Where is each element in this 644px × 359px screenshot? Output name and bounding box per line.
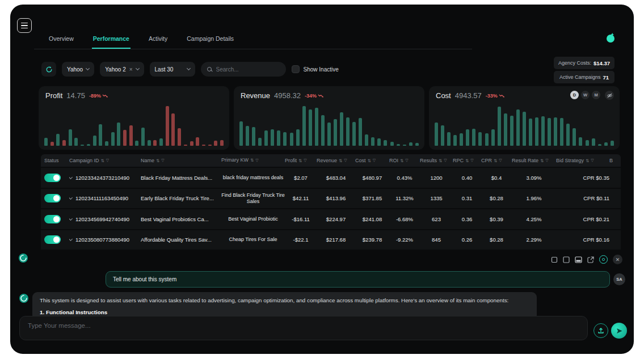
chart-bar bbox=[598, 144, 601, 146]
filter-icon[interactable]: ▽ bbox=[444, 158, 447, 163]
column-header-revenue[interactable]: Revenue⇅▽ bbox=[317, 158, 355, 163]
sort-icon[interactable]: ⇅ bbox=[368, 158, 371, 163]
chart-bar bbox=[135, 141, 138, 146]
status-toggle[interactable] bbox=[44, 235, 61, 244]
chart-bar bbox=[541, 116, 545, 146]
column-header-result-rate[interactable]: Result Rate⇅▽ bbox=[512, 158, 556, 163]
filter-icon[interactable]: ▽ bbox=[373, 158, 376, 163]
ai-logo-icon[interactable] bbox=[605, 32, 617, 44]
chart-title: Cost bbox=[436, 91, 451, 100]
column-header-name[interactable]: Name⇅▽ bbox=[141, 158, 221, 163]
column-header-campaign-id[interactable]: Campaign ID⇅▽ bbox=[69, 158, 141, 163]
status-cell bbox=[44, 174, 69, 182]
column-header-roi[interactable]: ROI⇅▽ bbox=[389, 158, 420, 163]
column-header-rpc[interactable]: RPC⇅▽ bbox=[453, 158, 481, 163]
filter-icon[interactable]: ▽ bbox=[470, 158, 473, 163]
column-header-profit[interactable]: Profit⇅▽ bbox=[285, 158, 317, 163]
window-medium-icon[interactable] bbox=[563, 256, 570, 263]
status-toggle[interactable] bbox=[44, 194, 61, 202]
send-button[interactable] bbox=[611, 323, 627, 339]
period-day-button[interactable]: D bbox=[570, 91, 579, 99]
campaign-id: 120234569942740490 bbox=[75, 216, 129, 222]
sort-icon[interactable]: ⇅ bbox=[586, 158, 589, 163]
assistant-avatar-icon[interactable] bbox=[18, 253, 28, 263]
sort-icon[interactable]: ⇅ bbox=[339, 158, 342, 163]
campaign-id: 120234111163450490 bbox=[75, 195, 128, 201]
chart-bar bbox=[178, 128, 181, 146]
tab-activity[interactable]: Activity bbox=[148, 31, 169, 49]
user-message-text: Tell me about this system bbox=[113, 276, 176, 282]
platform-dropdown[interactable]: Yahoo bbox=[62, 62, 94, 77]
sort-icon[interactable]: ⇅ bbox=[101, 158, 104, 163]
filter-icon[interactable]: ▽ bbox=[405, 158, 408, 163]
filter-icon[interactable]: ▽ bbox=[591, 158, 594, 163]
status-toggle[interactable] bbox=[44, 215, 61, 223]
sort-icon[interactable]: ⇅ bbox=[400, 158, 403, 163]
status-toggle[interactable] bbox=[44, 174, 61, 182]
result-rate-cell: 4.25% bbox=[512, 216, 556, 222]
filter-icon[interactable]: ▽ bbox=[255, 158, 258, 163]
account-dropdown[interactable]: Yahoo 2 × bbox=[100, 62, 144, 77]
user-message-bubble: Tell me about this system bbox=[106, 271, 610, 288]
active-campaigns-badge: Active Campaigns 71 bbox=[554, 71, 614, 83]
chart-bar bbox=[460, 133, 463, 146]
message-input[interactable] bbox=[20, 316, 587, 340]
chart-value: 14.75 bbox=[66, 91, 85, 100]
clear-icon[interactable]: × bbox=[129, 66, 133, 73]
sort-icon[interactable]: ⇅ bbox=[250, 158, 254, 163]
filter-icon[interactable]: ▽ bbox=[304, 158, 306, 163]
chart-bar bbox=[566, 124, 570, 146]
chart-bar bbox=[283, 132, 287, 146]
window-small-icon[interactable] bbox=[551, 256, 558, 263]
close-icon[interactable]: ✕ bbox=[613, 255, 622, 264]
upload-button[interactable] bbox=[594, 323, 608, 338]
show-inactive-checkbox[interactable] bbox=[292, 65, 300, 73]
tab-campaign-details[interactable]: Campaign Details bbox=[186, 31, 235, 49]
sort-icon[interactable]: ⇅ bbox=[439, 158, 442, 163]
column-header-bid-strategy[interactable]: Bid Strategy⇅▽ bbox=[556, 158, 609, 163]
sort-icon[interactable]: ⇅ bbox=[540, 158, 544, 163]
chart-bar bbox=[258, 138, 262, 146]
expand-row-icon[interactable] bbox=[69, 217, 73, 221]
chart-bar bbox=[352, 122, 356, 146]
sort-icon[interactable]: ⇅ bbox=[465, 158, 469, 163]
expand-row-icon[interactable] bbox=[69, 196, 73, 200]
period-week-button[interactable]: W bbox=[581, 91, 590, 99]
hide-chart-button[interactable] bbox=[605, 91, 614, 100]
chart-bar bbox=[93, 136, 96, 146]
cost-cell: $371.85 bbox=[355, 195, 389, 201]
filter-icon[interactable]: ▽ bbox=[499, 158, 502, 163]
date-range-dropdown[interactable]: Last 30 bbox=[150, 62, 195, 77]
column-header-cost[interactable]: Cost⇅▽ bbox=[355, 158, 389, 163]
filter-icon[interactable]: ▽ bbox=[106, 158, 109, 163]
sort-icon[interactable]: ⇅ bbox=[494, 158, 497, 163]
expand-row-icon[interactable] bbox=[69, 175, 73, 179]
chart-bar bbox=[252, 127, 255, 146]
filter-icon[interactable]: ▽ bbox=[545, 158, 548, 163]
menu-button[interactable] bbox=[17, 18, 32, 33]
window-dock-icon[interactable] bbox=[575, 256, 582, 263]
name-cell: Affordable Quality Tires Sav... bbox=[141, 236, 221, 243]
chart-bar bbox=[340, 112, 343, 146]
filter-icon[interactable]: ▽ bbox=[344, 158, 347, 163]
popout-icon[interactable] bbox=[587, 256, 594, 263]
tab-overview[interactable]: Overview bbox=[48, 31, 75, 49]
search-input[interactable] bbox=[216, 66, 279, 73]
assistant-power-icon[interactable] bbox=[599, 255, 608, 264]
search-box bbox=[201, 62, 286, 77]
period-month-button[interactable]: M bbox=[592, 91, 600, 99]
column-header-cpr[interactable]: CPR⇅▽ bbox=[481, 158, 512, 163]
tab-performance[interactable]: Performance bbox=[92, 31, 131, 49]
rpc-cell: 0.40 bbox=[453, 175, 481, 181]
column-header-results[interactable]: Results⇅▽ bbox=[420, 158, 453, 163]
column-header-primary-kw[interactable]: Primary KW⇅▽ bbox=[221, 157, 285, 163]
expand-row-icon[interactable] bbox=[69, 237, 73, 241]
profit-cell: $42.11 bbox=[285, 195, 317, 201]
sort-icon[interactable]: ⇅ bbox=[298, 158, 302, 163]
filter-icon[interactable]: ▽ bbox=[161, 158, 164, 163]
chart-bar bbox=[409, 142, 413, 146]
sort-icon[interactable]: ⇅ bbox=[156, 158, 159, 163]
campaign-id: 120233424373210490 bbox=[75, 175, 129, 181]
cost-bar-chart bbox=[435, 105, 614, 146]
refresh-button[interactable] bbox=[41, 62, 56, 77]
